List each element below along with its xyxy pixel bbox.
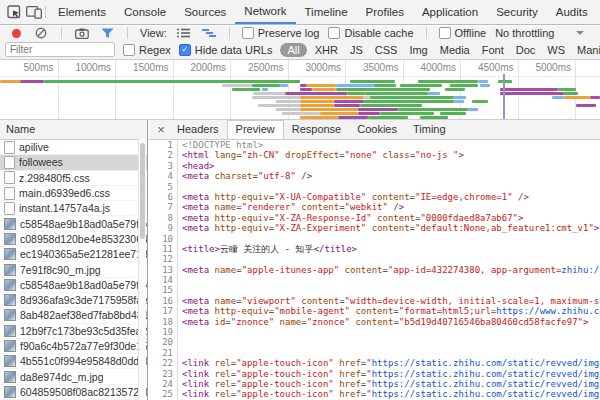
request-row[interactable]: instant.14757a4a.js [0, 201, 147, 216]
filter-type-doc[interactable]: Doc [512, 44, 540, 56]
code-line: 1<!DOCTYPE html> [149, 140, 600, 150]
request-row[interactable]: z.298480f5.css [0, 171, 147, 186]
request-row[interactable]: 8d936afa9c3de7175958fae5... [0, 293, 147, 308]
throttling-dropdown[interactable]: No throttling [495, 27, 584, 39]
scrollbar-thumb[interactable] [140, 143, 145, 239]
tab-audits[interactable]: Audits [547, 0, 597, 24]
filter-type-img[interactable]: Img [405, 44, 431, 56]
offline-label: Offline [455, 27, 487, 39]
document-file-icon [4, 171, 15, 184]
filter-type-all[interactable]: All [280, 43, 306, 57]
request-row[interactable]: c58548ae9b18ad0a5e79fe4e... [0, 278, 147, 293]
details-tab-preview[interactable]: Preview [227, 120, 284, 139]
waterfall-bar [334, 104, 360, 107]
waterfall-bar [374, 84, 396, 87]
request-row[interactable]: 604859508f08ac8213572f0e7... [0, 385, 147, 400]
request-row[interactable]: ec1940365a5e21281ee71856... [0, 247, 147, 262]
tab-elements[interactable]: Elements [49, 0, 115, 24]
request-row[interactable]: da8e974dc_m.jpg [0, 369, 147, 384]
tab-sources[interactable]: Sources [175, 0, 235, 24]
token-lk: https://www.zhihu.com [496, 306, 600, 316]
hide-data-urls-checkbox[interactable]: ✓ Hide data URLs [179, 44, 273, 56]
token-st: "apple-itunes-app" [242, 265, 340, 275]
details-tab-headers[interactable]: Headers [169, 120, 227, 139]
record-icon[interactable] [8, 26, 24, 40]
waterfall-bar [590, 96, 600, 99]
token-at: content [355, 306, 393, 316]
filter-funnel-icon[interactable] [99, 26, 115, 40]
tab-profiles[interactable]: Profiles [357, 0, 413, 24]
token-st: "renderer" [242, 202, 296, 212]
image-file-icon [4, 233, 16, 245]
filter-type-xhr[interactable]: XHR [311, 44, 342, 56]
inspect-icon[interactable] [6, 5, 22, 19]
device-toolbar-icon[interactable] [26, 5, 42, 19]
token-st: "default:None,ab_feature1:cmt_v1" [415, 223, 594, 233]
name-column-header[interactable]: Name [0, 120, 147, 140]
request-row[interactable]: 4b551c0f994e95848d0dda09... [0, 354, 147, 369]
filter-type-media[interactable]: Media [436, 44, 474, 56]
clear-icon[interactable] [33, 26, 49, 40]
image-file-icon [4, 371, 16, 383]
network-overview[interactable]: 500ms1000ms1500ms2000ms2500ms3000ms3500m… [0, 60, 600, 120]
code-text: <meta name="apple-itunes-app" content="a… [178, 265, 600, 275]
request-row[interactable]: 7e91f8c90_m.jpg [0, 262, 147, 277]
regex-checkbox[interactable]: Regex [123, 44, 171, 56]
filter-type-css[interactable]: CSS [371, 44, 402, 56]
line-number: 6 [149, 192, 178, 202]
token-at: name [215, 296, 237, 306]
request-list-scrollbar[interactable] [138, 139, 146, 400]
tab-console[interactable]: Console [115, 0, 175, 24]
waterfall-bar [558, 88, 576, 91]
tab-network[interactable]: Network [235, 0, 295, 24]
filter-type-ws[interactable]: WS [543, 44, 569, 56]
camera-icon[interactable] [74, 26, 90, 40]
close-icon[interactable]: × [153, 122, 169, 137]
line-number: 12 [149, 254, 178, 264]
token-st: "webkit" [345, 202, 388, 212]
filter-type-manifest[interactable]: Manifest [573, 44, 600, 56]
request-name: followees [19, 156, 63, 168]
request-row[interactable]: f90a6c4b572a77e9f30de153... [0, 339, 147, 354]
filter-type-js[interactable]: JS [346, 44, 367, 56]
request-row[interactable]: c08958d120be4e853230649... [0, 232, 147, 247]
preview-source-viewer[interactable]: 1<!DOCTYPE html>2<html lang="zh-CN" drop… [149, 140, 600, 400]
waterfall-bar [320, 112, 358, 115]
request-row[interactable]: c58548ae9b18ad0a5e79fe4e... [0, 216, 147, 231]
tab-application[interactable]: Application [413, 0, 487, 24]
offline-checkbox[interactable]: Offline [439, 27, 487, 39]
tab-security[interactable]: Security [487, 0, 547, 24]
request-row[interactable]: followees [0, 155, 147, 170]
disable-cache-checkbox[interactable]: Disable cache [328, 27, 413, 39]
token-at: content [377, 213, 415, 223]
code-line: 23<link rel="apple-touch-icon" href="htt… [149, 369, 600, 379]
request-row[interactable]: 12b9f7c173be93c5d35fea2d... [0, 324, 147, 339]
ruler-tick-label: 1500ms [111, 62, 169, 73]
document-file-icon [4, 141, 15, 154]
details-tab-timing[interactable]: Timing [405, 120, 454, 139]
preserve-log-checkbox[interactable]: Preserve log [242, 27, 320, 39]
waterfall-bar [370, 96, 454, 99]
line-number: 10 [149, 234, 178, 244]
code-line: 10 [149, 234, 600, 244]
details-tab-cookies[interactable]: Cookies [349, 120, 405, 139]
token-tg: <link [182, 389, 209, 399]
code-line: 17<meta http-equiv="mobile-agent" conten… [149, 306, 600, 316]
toolbar-separator [229, 27, 230, 39]
waterfall-bar [282, 112, 320, 115]
waterfall-bar [420, 116, 448, 119]
tab-timeline[interactable]: Timeline [296, 0, 357, 24]
code-text: <head> [178, 161, 600, 171]
list-view-icon[interactable] [176, 26, 192, 40]
waterfall-view-icon[interactable] [201, 26, 217, 40]
request-row[interactable]: apilive [0, 140, 147, 155]
token-st: "apple-touch-icon" [236, 389, 334, 399]
filter-type-font[interactable]: Font [478, 44, 508, 56]
image-file-icon [4, 355, 16, 367]
details-tab-response[interactable]: Response [284, 120, 350, 139]
filter-input[interactable] [5, 42, 115, 57]
request-row[interactable]: main.d6939ed6.css [0, 186, 147, 201]
request-row[interactable]: 8ab482aef38ed7fab8bd4314... [0, 308, 147, 323]
code-line: 18<meta id="znonce" name="znonce" conten… [149, 317, 600, 327]
line-number: 15 [149, 285, 178, 295]
